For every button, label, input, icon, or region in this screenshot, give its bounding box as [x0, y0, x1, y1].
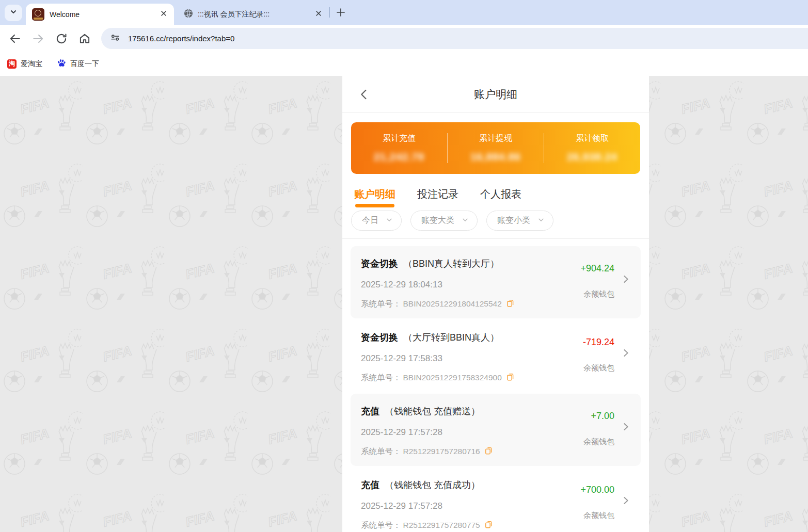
globe-icon: [183, 8, 194, 21]
svg-text:FIFA: FIFA: [762, 95, 794, 117]
svg-text:FIFA: FIFA: [679, 178, 711, 200]
svg-text:FIFA: FIFA: [266, 343, 298, 365]
tab-account-detail[interactable]: 账户明细: [354, 187, 395, 209]
amount: +7.00: [591, 411, 614, 422]
tab-separator: [329, 7, 330, 18]
svg-text:FIFA: FIFA: [762, 508, 794, 530]
svg-text:FIFA: FIFA: [266, 425, 298, 447]
browser-tab-records[interactable]: :::视讯 会员下注纪录:::: [178, 5, 328, 24]
transaction-item[interactable]: 充值 （钱能钱包 充值成功） 2025-12-29 17:57:28 系统单号：…: [351, 467, 641, 532]
order-number: BBIN202512291804125542: [403, 299, 502, 309]
svg-text:FIFA: FIFA: [184, 425, 216, 447]
tab-title: :::视讯 会员下注纪录:::: [198, 10, 314, 19]
svg-text:FIFA: FIFA: [679, 508, 711, 530]
taobao-icon: 淘: [7, 59, 17, 69]
close-icon[interactable]: [314, 9, 323, 20]
transaction-type: 资金切换: [361, 257, 398, 270]
order-label: 系统单号：: [361, 299, 401, 310]
svg-text:FIFA: FIFA: [266, 178, 298, 200]
transaction-item[interactable]: 充值 （钱能钱包 充值赠送） 2025-12-29 17:57:28 系统单号：…: [351, 394, 641, 466]
masked-value: 21,242.79: [351, 151, 447, 163]
transaction-detail: （钱能钱包 充值成功）: [385, 479, 480, 491]
filter-date[interactable]: 今日: [351, 211, 402, 231]
url-text: 175616.cc/reports/index?tab=0: [128, 34, 234, 43]
active-tab-underline: [355, 204, 394, 207]
wallet-label: 余额钱包: [583, 289, 614, 299]
transaction-item[interactable]: 资金切换 （BBIN真人转到大厅） 2025-12-29 18:04:13 系统…: [351, 246, 641, 318]
baidu-paw-icon: [57, 58, 66, 70]
summary-total-deposit: 累计充值 21,242.79: [351, 133, 447, 163]
transaction-type: 资金切换: [361, 331, 398, 344]
svg-text:FIFA: FIFA: [101, 260, 133, 282]
order-label: 系统单号：: [361, 373, 401, 383]
chevron-down-icon: [9, 8, 18, 18]
plus-icon: [336, 7, 346, 20]
masked-value: 16,884.86: [448, 151, 544, 163]
copy-icon[interactable]: [484, 520, 493, 531]
back-chevron-icon[interactable]: [357, 87, 371, 102]
wallet-label: 余额钱包: [583, 437, 614, 447]
reload-icon[interactable]: [55, 32, 68, 45]
bookmarks-bar: 淘 爱淘宝 百度一下: [0, 52, 808, 76]
wallet-label: 余额钱包: [583, 363, 614, 373]
svg-text:FIFA: FIFA: [762, 425, 794, 447]
tab-personal-report[interactable]: 个人报表: [480, 187, 521, 209]
forward-icon[interactable]: [31, 32, 45, 45]
bookmark-baidu[interactable]: 百度一下: [57, 58, 99, 70]
tab-search-button[interactable]: [5, 5, 22, 21]
filter-minor-category[interactable]: 账变小类: [486, 211, 553, 231]
browser-tab-welcome[interactable]: Welcome: [26, 4, 174, 25]
svg-text:FIFA: FIFA: [19, 425, 51, 447]
svg-text:FIFA: FIFA: [101, 508, 133, 530]
order-number: R2512291757280775: [403, 521, 480, 530]
summary-card: 累计充值 21,242.79 累计提现 16,884.86 累计领取 26,93…: [351, 122, 640, 174]
site-settings-icon[interactable]: [109, 32, 121, 45]
tab-bet-records[interactable]: 投注记录: [417, 187, 458, 209]
svg-text:FIFA: FIFA: [19, 260, 51, 282]
svg-text:FIFA: FIFA: [184, 178, 216, 200]
tab-title: Welcome: [50, 10, 160, 19]
filter-major-category[interactable]: 账变大类: [410, 211, 478, 231]
svg-text:FIFA: FIFA: [679, 95, 711, 117]
chevron-right-icon: [620, 495, 631, 508]
transaction-datetime: 2025-12-29 17:57:28: [361, 427, 641, 438]
amount: -719.24: [583, 337, 614, 348]
filter-row: 今日 账变大类 账变小类: [342, 209, 649, 239]
back-icon[interactable]: [8, 32, 22, 45]
report-tabs: 账户明细 投注记录 个人报表: [342, 174, 649, 209]
svg-text:FIFA: FIFA: [679, 425, 711, 447]
new-tab-button[interactable]: [334, 6, 348, 21]
transaction-datetime: 2025-12-29 17:58:33: [361, 353, 641, 364]
copy-icon[interactable]: [506, 372, 514, 383]
wallet-label: 余额钱包: [583, 511, 614, 521]
svg-text:FIFA: FIFA: [101, 95, 133, 117]
order-number: BBIN202512291758324900: [403, 373, 502, 382]
home-icon[interactable]: [78, 32, 91, 45]
transaction-type: 充值: [361, 479, 379, 491]
chevron-down-icon: [537, 216, 545, 225]
svg-text:FIFA: FIFA: [101, 178, 133, 200]
bookmark-aitaobao[interactable]: 淘 爱淘宝: [7, 59, 42, 69]
page-content: FIFA FIFA: [0, 76, 808, 532]
url-bar[interactable]: 175616.cc/reports/index?tab=0: [101, 28, 808, 49]
svg-text:FIFA: FIFA: [184, 508, 216, 530]
copy-icon[interactable]: [484, 446, 493, 457]
summary-total-withdrawal: 累计提现 16,884.86: [447, 133, 544, 163]
browser-tab-strip: Welcome :::视讯 会员下注纪录:::: [0, 0, 808, 25]
svg-text:FIFA: FIFA: [184, 343, 216, 365]
masked-value: 26,938.24: [544, 151, 640, 163]
close-icon[interactable]: [160, 9, 168, 20]
svg-text:FIFA: FIFA: [762, 178, 794, 200]
order-label: 系统单号：: [361, 520, 401, 531]
svg-text:FIFA: FIFA: [266, 95, 298, 117]
amount: +700.00: [580, 485, 614, 495]
chevron-down-icon: [462, 216, 469, 225]
transaction-item[interactable]: 资金切换 （大厅转到BBIN真人） 2025-12-29 17:58:33 系统…: [351, 320, 641, 392]
svg-text:FIFA: FIFA: [19, 508, 51, 530]
copy-icon[interactable]: [506, 298, 514, 310]
transaction-detail: （钱能钱包 充值赠送）: [385, 405, 480, 417]
chevron-down-icon: [386, 216, 393, 225]
transaction-detail: （BBIN真人转到大厅）: [403, 257, 499, 270]
transaction-list: 资金切换 （BBIN真人转到大厅） 2025-12-29 18:04:13 系统…: [342, 239, 649, 532]
transaction-type: 充值: [361, 405, 379, 417]
